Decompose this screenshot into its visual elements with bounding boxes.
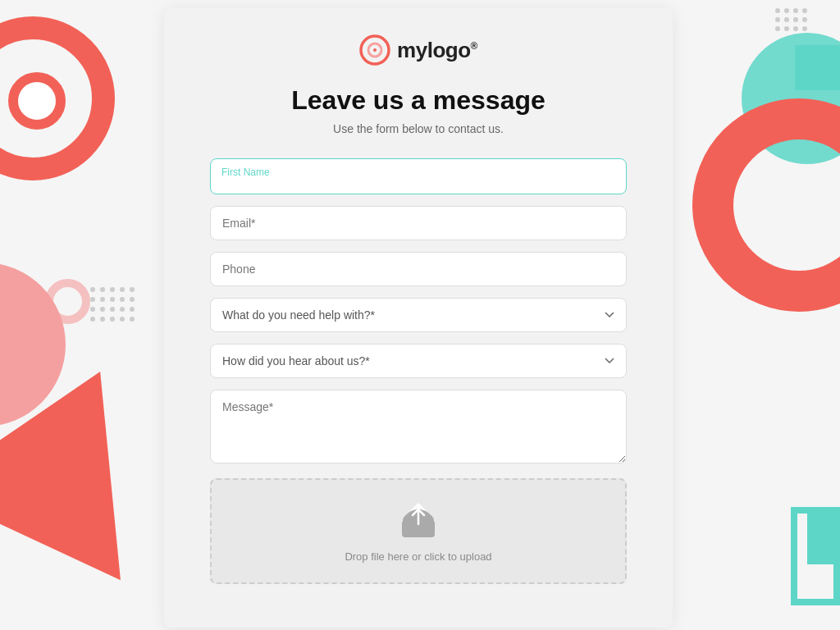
help-select[interactable]: What do you need help with?* [210,298,627,332]
message-group [210,390,627,467]
form-subtitle: Use the form below to contact us. [210,122,627,135]
logo-area: mylogo® [210,34,627,66]
dots-left-grid [90,287,135,322]
logo-text: mylogo® [397,38,477,63]
file-upload-area[interactable]: Drop file here or click to upload [210,478,627,584]
phone-group [210,252,627,286]
dots-right-grid [775,8,807,31]
upload-text: Drop file here or click to upload [228,550,609,563]
svg-point-2 [373,48,377,52]
pink-ring [45,279,90,324]
hear-select[interactable]: How did you hear about us?* [210,344,627,378]
logo-icon [359,34,390,66]
help-select-group: What do you need help with?* [210,298,627,332]
teal-rectangle-top [795,45,840,90]
teal-circle [742,33,840,164]
upload-icon [397,500,440,542]
teal-rectangle-bottom-outline [791,507,840,605]
email-group [210,206,627,240]
pink-half-circle [0,262,66,427]
email-input[interactable] [210,206,627,240]
message-textarea[interactable] [210,390,627,463]
teal-rectangle-bottom-fill [807,507,840,564]
target-circle-outer [0,16,115,180]
hear-select-group: How did you hear about us?* [210,344,627,378]
first-name-input[interactable] [210,158,627,194]
phone-input[interactable] [210,252,627,286]
first-name-group: First Name [210,158,627,194]
contact-form-card: mylogo® Leave us a message Use the form … [164,8,673,628]
red-arc [692,98,840,312]
target-circle-inner [8,72,66,130]
form-title: Leave us a message [210,85,627,116]
